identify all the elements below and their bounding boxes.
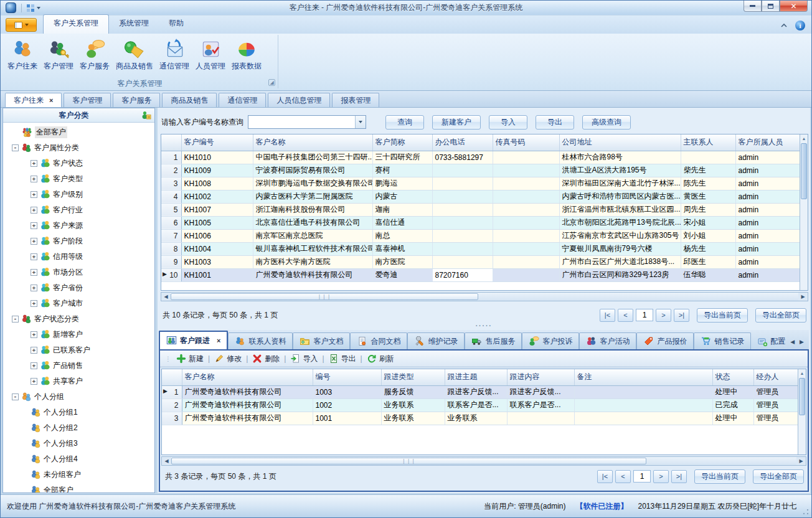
detail-tab-销售记录[interactable]: 销售记录 — [694, 332, 751, 349]
tree-node-客户状态分类[interactable]: -客户状态分类 — [3, 311, 154, 327]
table-row[interactable]: 2广州爱奇迪软件科技有限公司1002业务联系联系客户是否...联系客户是否...… — [162, 398, 806, 412]
table-row[interactable]: 1KH1010中国电子科技集团公司第三十四研...三十四研究所0733-5881… — [161, 151, 805, 164]
doc-tab-客户服务[interactable]: 客户服务 — [113, 93, 160, 107]
doc-tab-商品及销售[interactable]: 商品及销售 — [162, 93, 217, 107]
column-header-备注[interactable]: 备注 — [574, 369, 712, 385]
column-header-客户编号[interactable]: 客户编号 — [181, 134, 253, 151]
tree-expander-icon[interactable]: + — [31, 347, 37, 354]
scroll-up-icon[interactable]: ▲ — [798, 369, 806, 377]
table-row[interactable]: 3广州爱奇迪软件科技有限公司1001业务联系业务联系处理中管理员 — [162, 412, 806, 425]
tree-expander-icon[interactable]: + — [31, 362, 37, 369]
hscroll-track[interactable]: ❘❘❘ — [171, 457, 796, 465]
prev-page-button[interactable]: < — [618, 309, 633, 322]
column-header-跟进主题[interactable]: 跟进主题 — [445, 369, 507, 385]
table-row[interactable]: 7KH1006南京军区南京总医院南总江苏省南京市玄武区中山东路305号刘小姐ad… — [161, 229, 805, 242]
vscroll-thumb[interactable] — [799, 378, 805, 415]
detail-tab-客户文档[interactable]: 客户文档 — [293, 332, 350, 349]
tree-expander-icon[interactable]: + — [31, 331, 37, 338]
tree-node-客户来源[interactable]: +客户来源 — [3, 218, 154, 233]
tree-node-客户状态[interactable]: +客户状态 — [3, 156, 154, 171]
export-current-page-button[interactable]: 导出当前页 — [697, 308, 748, 323]
row-number-cell[interactable]: 2 — [161, 164, 181, 177]
row-number-cell[interactable]: 5 — [161, 203, 181, 216]
detail-tab-客户投诉[interactable]: 客户投诉 — [522, 332, 579, 349]
detail-tab-维护记录[interactable]: 维护记录 — [407, 332, 465, 349]
scroll-right-icon[interactable]: ▶ — [798, 293, 808, 301]
column-header-跟进类型[interactable]: 跟进类型 — [381, 369, 445, 385]
tree-expander-icon[interactable]: + — [31, 269, 37, 276]
button-导入[interactable]: 导入 — [489, 115, 527, 130]
ribbon-tab-系统管理[interactable]: 系统管理 — [109, 14, 159, 34]
scroll-left-icon[interactable]: ◀ — [162, 457, 171, 465]
button-导出[interactable]: 导出 — [536, 115, 574, 130]
software-registered-link[interactable]: 【软件已注册】 — [575, 501, 628, 512]
row-header-corner[interactable] — [161, 134, 181, 151]
tree-node-产品销售[interactable]: +产品销售 — [3, 358, 154, 374]
minimize-button[interactable] — [744, 1, 762, 12]
tree-expander-icon[interactable]: - — [12, 144, 19, 151]
tree-node-共享客户[interactable]: +共享客户 — [3, 374, 154, 389]
detail-tab-产品报价[interactable]: 产品报价 — [636, 332, 694, 349]
table-row[interactable]: 9KH1003南方医科大学南方医院南方医院广州市白云区广州大道北1838号...… — [161, 255, 805, 268]
table-row[interactable]: 4KH1002内蒙古医科大学第二附属医院内蒙古内蒙古呼和浩特市回民区内蒙古医..… — [161, 190, 805, 203]
close-button[interactable]: ✕ — [780, 1, 808, 12]
tree-node-全部客户[interactable]: 全部客户 — [3, 125, 154, 140]
column-header-状态[interactable]: 状态 — [712, 369, 753, 385]
doc-tab-人员信息管理[interactable]: 人员信息管理 — [268, 93, 330, 107]
row-number-cell[interactable]: 3 — [162, 412, 182, 425]
page-number-input[interactable] — [636, 309, 653, 321]
button-高级查询[interactable]: 高级查询 — [582, 115, 631, 130]
doc-tab-客户往来[interactable]: 客户往来× — [5, 93, 62, 107]
first-page-button[interactable]: |< — [600, 309, 615, 322]
tree-node-信用等级[interactable]: +信用等级 — [3, 249, 154, 265]
detail-tab-客户跟进[interactable]: 客户跟进× — [159, 331, 228, 349]
tree-expander-icon[interactable]: - — [12, 316, 19, 323]
row-number-cell[interactable]: 9 — [161, 255, 181, 268]
ribbon-button-客户服务[interactable]: 客户服务 — [77, 37, 113, 73]
first-page-button[interactable]: |< — [597, 470, 613, 483]
vscroll-thumb[interactable] — [801, 143, 807, 199]
close-tab-icon[interactable]: × — [217, 337, 220, 344]
tree-expander-icon[interactable]: + — [31, 285, 37, 291]
customer-grid-vscrollbar[interactable]: ▲ — [800, 134, 808, 290]
tree-node-市场分区[interactable]: +市场分区 — [3, 265, 154, 280]
row-number-cell[interactable]: 1 — [161, 151, 181, 164]
quick-access-toolbar[interactable] — [24, 3, 42, 13]
dialog-launcher-icon[interactable]: ◢ — [268, 79, 275, 86]
table-row[interactable]: 5KH1007浙江迦南科技股份有限公司迦南浙江省温州市瓯北镇东瓯工业区园...周… — [161, 203, 805, 216]
column-header-传真号码[interactable]: 传真号码 — [493, 134, 559, 151]
column-header-客户名称[interactable]: 客户名称 — [182, 369, 313, 385]
next-page-button[interactable]: > — [653, 470, 669, 483]
maximize-button[interactable] — [762, 1, 780, 12]
tree-node-未分组客户[interactable]: 未分组客户 — [3, 467, 154, 483]
tree-expander-icon[interactable]: + — [31, 207, 37, 214]
row-number-cell[interactable]: ▶10 — [161, 268, 181, 281]
row-header-corner[interactable] — [162, 369, 182, 385]
column-header-办公电话[interactable]: 办公电话 — [432, 134, 493, 151]
prev-page-button[interactable]: < — [615, 470, 631, 483]
tree-expander-icon[interactable]: + — [31, 238, 37, 245]
column-header-编号[interactable]: 编号 — [313, 369, 381, 385]
tree-node-个人分组[interactable]: -个人分组 — [3, 389, 154, 405]
detail-tab-合同文档[interactable]: 合同文档 — [350, 332, 407, 349]
tree-node-客户属性分类[interactable]: -客户属性分类 — [3, 140, 154, 156]
search-input[interactable] — [248, 116, 355, 128]
tree-expander-icon[interactable]: + — [31, 191, 37, 198]
row-number-cell[interactable]: 7 — [161, 229, 181, 242]
tree-expander-icon[interactable]: + — [31, 222, 37, 229]
hscroll-thumb[interactable]: ❘❘❘ — [171, 458, 646, 464]
row-number-cell[interactable]: 8 — [161, 242, 181, 255]
hscroll-thumb[interactable]: ❘❘❘ — [171, 293, 478, 300]
column-header-跟进内容[interactable]: 跟进内容 — [507, 369, 574, 385]
doc-tab-通信管理[interactable]: 通信管理 — [219, 93, 266, 107]
detail-tab-客户活动[interactable]: 客户活动 — [579, 332, 636, 349]
table-row[interactable]: 3KH1008深圳市鹏海运电子数据交换有限公司鹏海运深圳市福田区深南大道北竹子林… — [161, 177, 805, 190]
tree-expander-icon[interactable]: + — [31, 253, 37, 260]
tree-node-全部客户[interactable]: 全部客户 — [3, 483, 154, 492]
tab-scroll-left-icon[interactable]: ◀ — [790, 339, 795, 345]
column-header-主联系人[interactable]: 主联系人 — [681, 134, 735, 151]
scroll-right-icon[interactable]: ▶ — [796, 457, 806, 465]
table-row[interactable]: ▶10KH1001广州爱奇迪软件科技有限公司爱奇迪87207160广州市白云区同… — [161, 268, 805, 281]
button-新建客户[interactable]: 新建客户 — [432, 115, 481, 130]
tree-node-客户省份[interactable]: +客户省份 — [3, 280, 154, 296]
